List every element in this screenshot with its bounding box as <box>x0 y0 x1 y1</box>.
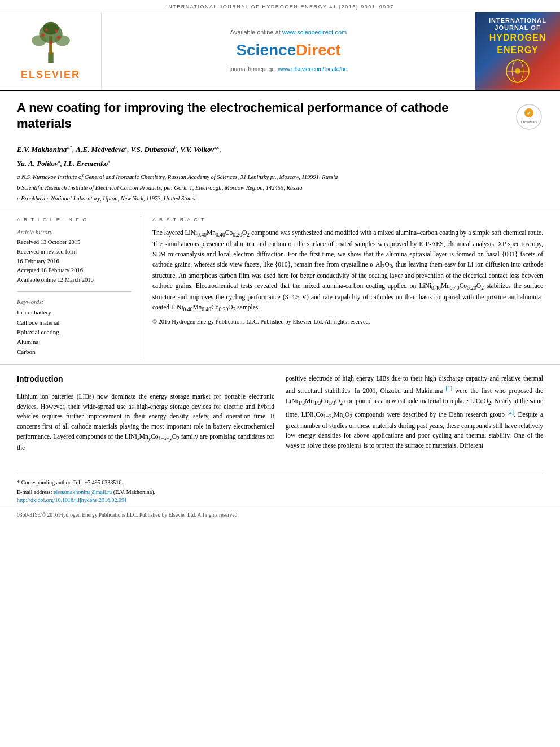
article-info-abstract: A R T I C L E I N F O Article history: R… <box>0 209 560 365</box>
footer-email-line: E-mail address: elenamakhonina@mail.ru (… <box>17 488 543 496</box>
footer-bar: 0360-3199/© 2016 Hydrogen Energy Publica… <box>0 508 560 522</box>
accepted-date: Accepted 18 February 2016 <box>17 267 132 275</box>
keyword-3: Epitaxial coating <box>17 328 132 337</box>
abstract-column: A B S T R A C T The layered LiNi0.40Mn0.… <box>152 216 543 357</box>
affiliation-b: b Scientific Research Institute of Elect… <box>17 184 543 193</box>
keyword-2: Cathode material <box>17 318 132 327</box>
abstract-paragraph: The layered LiNi0.40Mn0.40Co0.20O2 compo… <box>152 228 543 314</box>
right-logo-line1: International Journal of <box>480 17 555 32</box>
right-logo-line2: HYDROGEN <box>489 32 546 44</box>
svg-point-6 <box>41 33 45 37</box>
journal-globe-icon <box>504 57 532 85</box>
received-date1: Received 13 October 2015 <box>17 238 132 247</box>
crossmark-badge[interactable]: ✓ CrossMark <box>515 103 543 131</box>
svg-text:✓: ✓ <box>527 111 531 116</box>
introduction-text-left: Lithium-ion batteries (LIBs) now dominat… <box>17 392 274 453</box>
keyword-5: Carbon <box>17 348 132 356</box>
svg-point-5 <box>42 21 58 34</box>
copyright-text: © 2016 Hydrogen Energy Publications LLC.… <box>152 317 543 326</box>
svg-point-10 <box>55 29 58 32</box>
sciencedirect-logo: ScienceDirect <box>236 39 340 61</box>
available-date: Available online 12 March 2016 <box>17 276 132 285</box>
two-col-content: Introduction Lithium-ion batteries (LIBs… <box>17 374 543 453</box>
journal-homepage-url[interactable]: www.elsevier.com/locate/he <box>278 66 347 72</box>
journal-homepage: journal homepage: www.elsevier.com/locat… <box>230 65 347 73</box>
author-dubasova: V.S. Dubasova <box>130 145 174 154</box>
sup-a2: a <box>125 145 127 150</box>
elsevier-wordmark: ELSEVIER <box>21 68 80 82</box>
history-label: Article history: <box>17 228 132 237</box>
sup-a3: a <box>58 159 60 164</box>
received-date2: 16 February 2016 <box>17 257 132 266</box>
corresponding-author-note: * Corresponding author. Tel.: +7 495 633… <box>17 479 543 487</box>
introduction-text-right: positive electrode of high-energy LIBs d… <box>286 374 543 451</box>
content-left: Introduction Lithium-ion batteries (LIBs… <box>17 374 274 453</box>
author-makhonina: E.V. Makhonina <box>17 145 67 154</box>
sd-science: Science <box>236 41 296 59</box>
journal-name: INTERNATIONAL JOURNAL OF HYDROGEN ENERGY… <box>166 4 394 10</box>
article-title: A new coating for improving the electroc… <box>17 100 515 132</box>
authors-line2: Yu. A. Politova, I.L. Eremenkoa <box>17 158 543 169</box>
ref-2[interactable]: [2] <box>507 409 514 415</box>
main-content: Introduction Lithium-ion batteries (LIBs… <box>0 365 560 462</box>
keywords-list: Li-ion battery Cathode material Epitaxia… <box>17 308 132 356</box>
right-logo-line3: ENERGY <box>497 44 539 56</box>
doi-anchor[interactable]: http://dx.doi.org/10.1016/j.ijhydene.201… <box>17 497 127 503</box>
authors-line1: E.V. Makhoninaa,*, A.E. Medvedevaa, V.S.… <box>17 144 543 155</box>
elsevier-logo: ELSEVIER <box>0 12 102 90</box>
divider <box>17 291 132 292</box>
svg-point-9 <box>45 28 48 31</box>
available-online: Available online at www.sciencedirect.co… <box>230 28 347 37</box>
author-eremenko: I.L. Eremenko <box>64 159 108 168</box>
article-info-label: A R T I C L E I N F O <box>17 216 132 224</box>
affiliations: a N.S. Kurnakov Institute of General and… <box>17 173 543 203</box>
affiliation-a: a N.S. Kurnakov Institute of General and… <box>17 173 543 182</box>
abstract-text: The layered LiNi0.40Mn0.40Co0.20O2 compo… <box>152 228 543 326</box>
sup-ac: a,c <box>214 145 219 150</box>
keywords-label: Keywords: <box>17 298 132 306</box>
sup-a4: a <box>108 159 110 164</box>
svg-text:CrossMark: CrossMark <box>520 120 537 124</box>
svg-point-14 <box>515 68 520 74</box>
keyword-4: Alumina <box>17 338 132 346</box>
svg-point-3 <box>32 35 46 46</box>
doi-link[interactable]: http://dx.doi.org/10.1016/j.ijhydene.201… <box>17 496 543 504</box>
elsevier-tree-icon <box>23 20 79 65</box>
sup-a-star: a,* <box>67 145 72 150</box>
author-volkov: V.V. Volkov <box>180 145 214 154</box>
received-label2: Received in revised form <box>17 248 132 256</box>
right-journal-logo: International Journal of HYDROGEN ENERGY <box>475 12 560 90</box>
introduction-title: Introduction <box>17 374 63 387</box>
article-history: Article history: Received 13 October 201… <box>17 228 132 285</box>
ref-1[interactable]: [1] <box>445 385 452 391</box>
svg-point-7 <box>57 36 60 39</box>
content-right: positive electrode of high-energy LIBs d… <box>286 374 543 453</box>
sd-direct: Direct <box>296 41 340 59</box>
author-email[interactable]: elenamakhonina@mail.ru <box>54 489 112 495</box>
sciencedirect-url[interactable]: www.sciencedirect.com <box>282 29 347 36</box>
article-info-column: A R T I C L E I N F O Article history: R… <box>17 216 141 357</box>
authors-section: E.V. Makhoninaa,*, A.E. Medvedevaa, V.S.… <box>0 138 560 209</box>
footer-bar-text: 0360-3199/© 2016 Hydrogen Energy Publica… <box>17 512 239 518</box>
journal-bar: INTERNATIONAL JOURNAL OF HYDROGEN ENERGY… <box>0 0 560 12</box>
author-politov: Yu. A. Politov <box>17 159 58 168</box>
author-medvedeva: A.E. Medvedeva <box>76 145 125 154</box>
footer-section: * Corresponding author. Tel.: +7 495 633… <box>17 474 543 504</box>
abstract-label: A B S T R A C T <box>152 216 543 224</box>
svg-point-8 <box>49 41 53 44</box>
center-header: Available online at www.sciencedirect.co… <box>102 12 475 90</box>
article-title-section: A new coating for improving the electroc… <box>0 91 560 138</box>
header-section: ELSEVIER Available online at www.science… <box>0 12 560 91</box>
keyword-1: Li-ion battery <box>17 308 132 317</box>
affiliation-c: c Brookhaven National Laboratory, Upton,… <box>17 194 543 204</box>
sup-b: b <box>174 145 177 150</box>
